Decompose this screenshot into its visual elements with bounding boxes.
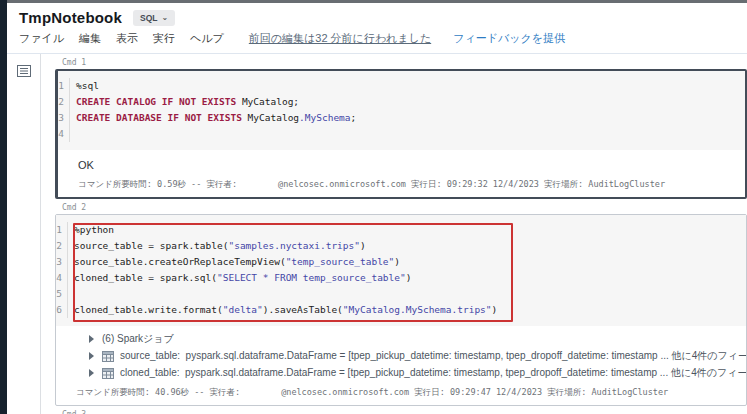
code-text: CREATE CATALOG IF NOT EXISTS MyCatalog; <box>70 94 299 110</box>
cell-label: Cmd 2 <box>55 201 747 214</box>
code-text: source_table.createOrReplaceTempView("te… <box>68 254 400 270</box>
line-number: 6 <box>56 302 68 318</box>
line-number: 3 <box>56 254 68 270</box>
code-line: 1%sql <box>58 78 745 94</box>
code-line: 2CREATE CATALOG IF NOT EXISTS MyCatalog; <box>58 94 745 110</box>
line-number: 5 <box>56 286 68 302</box>
table-of-contents-icon[interactable] <box>16 63 32 79</box>
code-line: 2source_table = spark.table("samples.nyc… <box>56 238 746 254</box>
code-text: %python <box>68 222 114 238</box>
line-number: 2 <box>56 238 68 254</box>
code-text: CREATE DATABASE IF NOT EXISTS MyCatalog.… <box>70 110 356 126</box>
last-edit-link[interactable]: 前回の編集は32 分前に行われました <box>249 31 431 46</box>
menu-bar: ファイル 編集 表示 実行 ヘルプ 前回の編集は32 分前に行われました フィー… <box>7 27 747 53</box>
line-number: 2 <box>58 94 70 110</box>
line-number: 4 <box>56 270 68 286</box>
line-number: 3 <box>58 110 70 126</box>
code-text <box>70 126 76 142</box>
left-dark-rail <box>0 0 7 414</box>
cell-result: OK <box>58 150 745 175</box>
cell-label: Cmd 1 <box>55 56 747 69</box>
cell-outputs: (6) Sparkジョブsource_table: pyspark.sql.da… <box>56 326 746 383</box>
code-line: 5 <box>56 286 746 302</box>
code-text: cloned_table = spark.sql("SELECT * FROM … <box>68 270 411 286</box>
line-number: 4 <box>58 126 70 142</box>
code-text: source_table = spark.table("samples.nyct… <box>68 238 366 254</box>
code-line: 3CREATE DATABASE IF NOT EXISTS MyCatalog… <box>58 110 745 126</box>
chevron-down-icon: ⌄ <box>162 16 169 20</box>
code-line: 4 <box>58 126 745 142</box>
menu-help[interactable]: ヘルプ <box>190 31 224 46</box>
code-text <box>68 286 74 302</box>
menu-view[interactable]: 表示 <box>116 31 138 46</box>
toc-sidebar <box>7 54 41 414</box>
expand-arrow-icon[interactable] <box>89 369 94 377</box>
dataframe-table-icon <box>102 368 114 379</box>
output-row: (6) Sparkジョブ <box>89 330 746 347</box>
notebook-cell-cmd3: Cmd 3 <box>55 408 747 414</box>
menu-edit[interactable]: 編集 <box>79 31 101 46</box>
code-editor[interactable]: 1%python2source_table = spark.table("sam… <box>56 215 746 326</box>
language-label: SQL <box>140 13 157 23</box>
notebook-title[interactable]: TmpNotebook <box>19 9 122 26</box>
code-line: 4cloned_table = spark.sql("SELECT * FROM… <box>56 270 746 286</box>
language-selector[interactable]: SQL ⌄ <box>133 10 175 26</box>
feedback-link[interactable]: フィードバックを提供 <box>453 31 565 46</box>
cell-status: コマンド所要時間: 40.96秒 -- 実行者: @nelcosec.onmic… <box>56 383 746 405</box>
expand-arrow-icon[interactable] <box>89 335 94 343</box>
line-number: 1 <box>56 222 68 238</box>
output-text: (6) Sparkジョブ <box>102 332 174 346</box>
menu-run[interactable]: 実行 <box>153 31 175 46</box>
notebook-cell-cmd2: Cmd 2 1%python2source_table = spark.tabl… <box>55 201 747 406</box>
line-number: 1 <box>58 78 70 94</box>
cell-status: コマンド所要時間: 0.59秒 -- 実行者: @nelcosec.onmicr… <box>58 175 745 197</box>
notebook-cell-cmd1: Cmd 1 1%sql2CREATE CATALOG IF NOT EXISTS… <box>55 56 747 199</box>
code-line: 6cloned_table.write.format("delta").save… <box>56 302 746 318</box>
code-text: cloned_table.write.format("delta").saveA… <box>68 302 497 318</box>
output-text: source_table: pyspark.sql.dataframe.Data… <box>120 349 746 363</box>
cell-editor-cmd2[interactable]: 1%python2source_table = spark.table("sam… <box>55 214 747 406</box>
menu-file[interactable]: ファイル <box>19 31 64 46</box>
code-editor[interactable]: 1%sql2CREATE CATALOG IF NOT EXISTS MyCat… <box>58 71 745 150</box>
cell-label: Cmd 3 <box>55 408 747 414</box>
notebook-header: TmpNotebook SQL ⌄ <box>7 3 747 27</box>
cell-editor-cmd1[interactable]: 1%sql2CREATE CATALOG IF NOT EXISTS MyCat… <box>55 69 747 199</box>
expand-arrow-icon[interactable] <box>89 352 94 360</box>
output-row: cloned_table: pyspark.sql.dataframe.Data… <box>89 364 746 381</box>
code-line: 1%python <box>56 222 746 238</box>
output-text: cloned_table: pyspark.sql.dataframe.Data… <box>120 366 746 380</box>
code-line: 3source_table.createOrReplaceTempView("t… <box>56 254 746 270</box>
notebook-cells: Cmd 1 1%sql2CREATE CATALOG IF NOT EXISTS… <box>55 54 747 414</box>
output-row: source_table: pyspark.sql.dataframe.Data… <box>89 347 746 364</box>
dataframe-table-icon <box>102 351 114 362</box>
code-text: %sql <box>70 78 99 94</box>
notebook-window: TmpNotebook SQL ⌄ ファイル 編集 表示 実行 ヘルプ 前回の編… <box>7 3 747 414</box>
